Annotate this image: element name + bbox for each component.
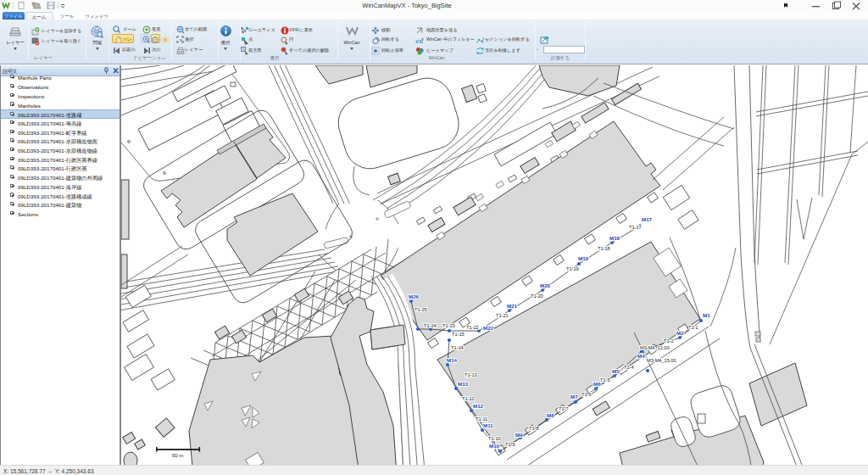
svg-text:T1-21: T1-21 (496, 313, 509, 318)
svg-text:T1-8: T1-8 (529, 426, 539, 431)
svg-text:T1-7: T1-7 (559, 406, 569, 411)
svg-text:T1-25: T1-25 (415, 307, 427, 312)
svg-text:M14: M14 (447, 357, 458, 363)
svg-text:M13: M13 (458, 381, 469, 387)
svg-text:T1-19: T1-19 (566, 266, 579, 271)
svg-text:M21: M21 (507, 303, 518, 309)
svg-text:T1-6: T1-6 (581, 392, 592, 397)
svg-text:T1-20: T1-20 (531, 293, 543, 299)
svg-text:T1-9: T1-9 (505, 442, 515, 447)
svg-text:M8: M8 (547, 412, 554, 418)
svg-text:T1-2: T1-2 (664, 338, 674, 344)
svg-text:M3-M4_12.00: M3-M4_12.00 (640, 345, 670, 350)
svg-text:M17: M17 (642, 216, 653, 222)
svg-text:T1-18: T1-18 (598, 246, 610, 251)
svg-text:M7: M7 (570, 394, 578, 400)
svg-text:M19: M19 (578, 255, 589, 261)
svg-text:M11: M11 (483, 422, 493, 428)
svg-text:M5: M5 (612, 368, 620, 374)
svg-text:T1-23: T1-23 (442, 323, 455, 328)
svg-text:M20: M20 (540, 282, 551, 288)
svg-text:T1-12: T1-12 (462, 396, 475, 401)
svg-text:T1-5: T1-5 (600, 377, 610, 383)
svg-text:T1-14: T1-14 (451, 345, 464, 350)
svg-text:M1: M1 (703, 312, 710, 318)
svg-text:M22: M22 (483, 325, 494, 331)
svg-text:T1-24: T1-24 (424, 323, 437, 328)
svg-text:T1-11: T1-11 (476, 416, 487, 422)
svg-text:T1-10: T1-10 (488, 436, 501, 441)
svg-text:M18: M18 (609, 235, 620, 241)
svg-text:50 m: 50 m (172, 453, 183, 458)
svg-text:M26: M26 (409, 293, 420, 299)
svg-text:M3-M4_15.00: M3-M4_15.00 (647, 358, 676, 363)
svg-text:M12: M12 (473, 403, 484, 409)
svg-text:T1-4: T1-4 (624, 365, 634, 370)
svg-text:T1-13: T1-13 (465, 372, 477, 377)
svg-text:T1-22: T1-22 (466, 325, 479, 330)
svg-text:M4: M4 (637, 353, 645, 359)
svg-text:T1-17: T1-17 (629, 225, 642, 230)
svg-text:M9: M9 (515, 432, 523, 438)
svg-text:M10: M10 (489, 443, 500, 449)
svg-text:T1-1: T1-1 (688, 325, 698, 330)
svg-text:T1-15: T1-15 (452, 332, 465, 337)
svg-text:M2: M2 (676, 330, 684, 336)
